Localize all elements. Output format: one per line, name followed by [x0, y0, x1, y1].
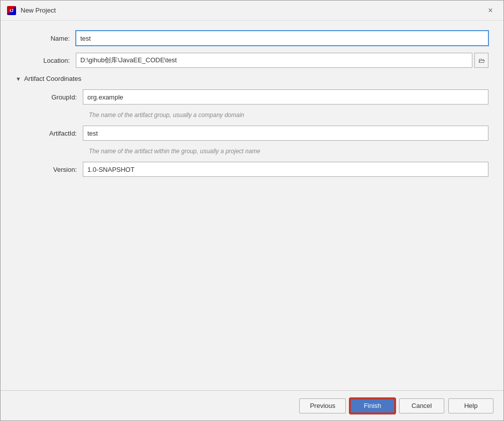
title-bar-left: IJ New Project [7, 6, 56, 16]
dialog-footer: Previous Finish Cancel Help [1, 390, 503, 420]
name-label: Name: [16, 35, 76, 42]
close-button[interactable]: × [483, 4, 497, 18]
artifact-coordinates-section[interactable]: ▼ Artifact Coordinates [16, 75, 488, 82]
new-project-dialog: IJ New Project × Name: Location: 🗁 ▼ Art… [0, 0, 504, 421]
location-input[interactable] [76, 53, 472, 68]
version-label: Version: [23, 166, 83, 173]
cancel-button[interactable]: Cancel [399, 398, 444, 413]
app-icon-inner: IJ [7, 6, 16, 15]
name-row: Name: [16, 31, 488, 46]
location-row: Location: 🗁 [16, 53, 488, 68]
artifactid-row: ArtifactId: [23, 126, 488, 141]
name-input[interactable] [76, 31, 488, 46]
location-wrapper: 🗁 [76, 53, 488, 68]
title-bar: IJ New Project × [1, 1, 503, 21]
artifact-coordinates-content: GroupId: The name of the artifact group,… [16, 89, 488, 177]
version-row: Version: [23, 162, 488, 177]
dialog-title: New Project [21, 7, 56, 14]
app-icon: IJ [7, 6, 17, 16]
chevron-down-icon: ▼ [16, 76, 21, 82]
previous-button[interactable]: Previous [299, 398, 346, 413]
help-button[interactable]: Help [448, 398, 493, 413]
artifactid-input[interactable] [83, 126, 488, 141]
groupid-hint: The name of the artifact group, usually … [89, 112, 488, 119]
browse-button[interactable]: 🗁 [474, 53, 488, 68]
artifactid-hint: The name of the artifact within the grou… [89, 148, 488, 155]
groupid-row: GroupId: [23, 89, 488, 104]
section-title: Artifact Coordinates [24, 75, 81, 82]
groupid-input[interactable] [83, 89, 488, 104]
groupid-label: GroupId: [23, 93, 83, 101]
folder-icon: 🗁 [478, 57, 485, 64]
dialog-content: Name: Location: 🗁 ▼ Artifact Coordinates… [1, 21, 503, 390]
location-label: Location: [16, 57, 76, 64]
version-input[interactable] [83, 162, 488, 177]
finish-button[interactable]: Finish [350, 398, 395, 413]
artifactid-label: ArtifactId: [23, 130, 83, 137]
